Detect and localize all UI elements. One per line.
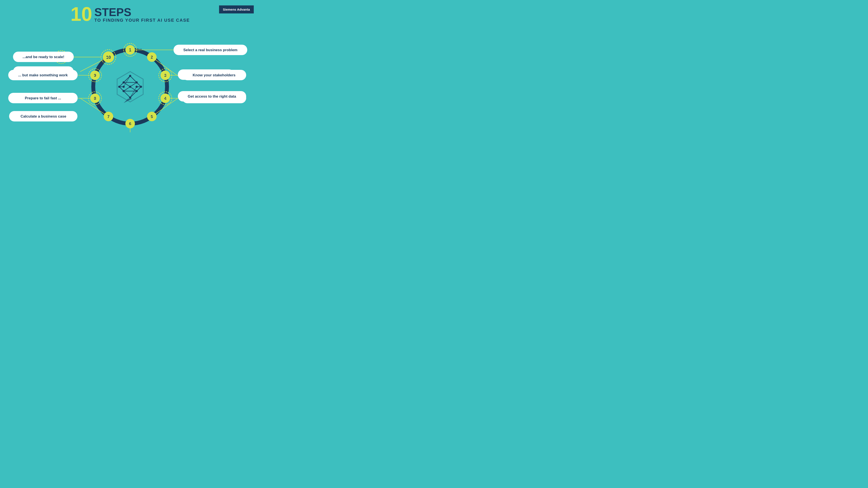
svg-line-30 bbox=[130, 76, 137, 83]
label-step-3: Know your stakeholders bbox=[193, 73, 235, 77]
svg-point-42 bbox=[135, 81, 138, 84]
svg-line-34 bbox=[130, 83, 137, 87]
svg-line-33 bbox=[124, 83, 130, 87]
label-step-1: Select a real business problem bbox=[183, 48, 237, 52]
svg-line-31 bbox=[124, 91, 130, 98]
svg-point-46 bbox=[135, 86, 138, 88]
svg-point-44 bbox=[135, 90, 138, 92]
svg-line-35 bbox=[124, 87, 130, 91]
svg-point-43 bbox=[123, 90, 125, 92]
svg-point-48 bbox=[129, 96, 131, 99]
label-step-8: Prepare to fail fast ... bbox=[25, 96, 61, 100]
svg-point-41 bbox=[123, 81, 125, 84]
svg-point-39 bbox=[118, 86, 120, 88]
svg-point-47 bbox=[129, 75, 131, 77]
svg-point-40 bbox=[140, 86, 142, 88]
node-5-label: 5 bbox=[151, 115, 153, 119]
svg-line-36 bbox=[130, 87, 137, 91]
label-scale: ...and be ready to scale! bbox=[23, 55, 64, 59]
label-step-7: Calculate a business case bbox=[21, 114, 66, 118]
svg-point-49 bbox=[129, 86, 131, 88]
label-step-5: Get access to the right data bbox=[188, 94, 236, 98]
node-7-label: 7 bbox=[107, 115, 110, 119]
svg-point-45 bbox=[123, 86, 125, 88]
label-step-9: ... but make something work bbox=[18, 73, 68, 77]
